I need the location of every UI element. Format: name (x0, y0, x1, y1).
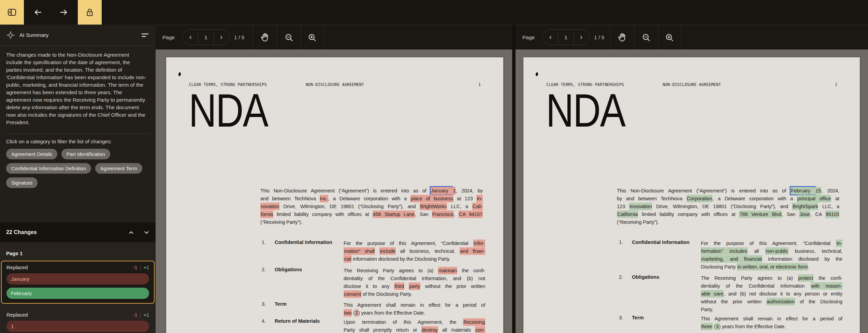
revised-document-panel: Page 1 1 / 5 (516, 25, 868, 333)
next-page-button[interactable] (574, 30, 589, 45)
page-navigator: 1 (183, 29, 229, 45)
intro-paragraph: This Non-Disclosure Agreement (“Agreemen… (260, 187, 483, 226)
lock-scroll-button[interactable] (78, 0, 102, 25)
pan-tool-button[interactable] (610, 25, 634, 50)
change-card-2[interactable]: Replaced -1|+1 1 (1, 308, 155, 333)
sparkle-icon (6, 31, 15, 40)
lock-icon (84, 7, 95, 18)
left-page-toolbar: Page 1 1 / 5 (156, 25, 512, 49)
next-page-button[interactable] (214, 30, 229, 45)
filter-icon[interactable] (141, 31, 149, 40)
chip-agreement-details[interactable]: Agreement Details (6, 149, 57, 159)
changes-list: Page 1 Replaced -1|+1 January February R… (0, 242, 156, 333)
bullet-mark (535, 72, 538, 76)
left-document-viewport[interactable]: CLEAR TERMS, STRONG PARTNERSHIPS NON-DIS… (156, 49, 512, 333)
page-label: Page (162, 25, 175, 50)
original-document-page: CLEAR TERMS, STRONG PARTNERSHIPS NON-DIS… (166, 57, 503, 333)
chevron-up-icon[interactable] (128, 230, 134, 235)
added-text-pill: February (6, 288, 149, 299)
sidebar-toggle-icon (6, 7, 17, 18)
zoom-in-button[interactable] (657, 25, 681, 50)
change-type-label: Replaced (6, 312, 28, 318)
sidebar-header: AI Summary (0, 25, 156, 46)
document-title: NDA (189, 87, 268, 134)
pan-tool-button[interactable] (253, 25, 277, 50)
removed-count: -1 (133, 312, 138, 318)
sidebar-toggle-button[interactable] (0, 0, 24, 25)
original-document-panel: Page 1 1 / 5 (156, 25, 512, 333)
bullet-mark (178, 72, 181, 76)
page-total-label: 1 / 5 (594, 25, 604, 50)
removed-text-pill: January (6, 273, 149, 285)
revised-document-page: CLEAR TERMS, STRONG PARTNERSHIPS NON-DIS… (523, 57, 860, 333)
chevron-down-icon[interactable] (144, 230, 149, 235)
ai-summary-sidebar: AI Summary The changes made to the Non-D… (0, 25, 156, 333)
prev-page-button[interactable] (543, 30, 558, 45)
hand-icon (618, 33, 627, 42)
added-count: +1 (143, 312, 149, 318)
removed-count: -1 (133, 265, 138, 270)
document-title: NDA (546, 87, 625, 134)
page-number-input[interactable]: 1 (198, 30, 214, 45)
zoom-out-button[interactable] (634, 25, 658, 50)
page-total-label: 1 / 5 (234, 25, 244, 50)
page-label: Page (522, 25, 535, 50)
filter-instruction: Click on a category to filter the list o… (0, 134, 156, 144)
document-header-title: NON-DISCLOSURE AGREEMENT (306, 82, 364, 87)
chip-part-identification[interactable]: Part Identification (61, 149, 110, 159)
zoom-in-icon (665, 33, 674, 42)
forward-button[interactable] (52, 0, 76, 25)
removed-text-pill: 1 (6, 321, 149, 332)
change-type-label: Replaced (6, 265, 28, 270)
category-chips: Agreement Details Part Identification Co… (0, 144, 153, 188)
chip-confidential-information-definition[interactable]: Confidential Information Definition (6, 163, 91, 174)
change-card-january-february[interactable]: Replaced -1|+1 January February (1, 261, 155, 304)
added-count: +1 (143, 265, 149, 270)
zoom-out-button[interactable] (277, 25, 301, 50)
zoom-in-button[interactable] (300, 25, 324, 50)
panel-divider (512, 25, 516, 333)
right-document-viewport[interactable]: CLEAR TERMS, STRONG PARTNERSHIPS NON-DIS… (516, 49, 868, 333)
back-button[interactable] (26, 0, 50, 25)
zoom-out-icon (285, 33, 293, 42)
prev-page-button[interactable] (183, 30, 198, 45)
arrow-right-icon (58, 7, 69, 18)
sidebar-title: AI Summary (19, 32, 48, 38)
top-toolbar (0, 0, 868, 25)
arrow-left-icon (32, 7, 43, 18)
document-page-number: 1 (478, 82, 481, 87)
changes-count-label: 22 Changes (6, 229, 37, 235)
hand-icon (260, 33, 270, 42)
zoom-in-icon (308, 33, 317, 42)
document-header-title: NON-DISCLOSURE AGREEMENT (663, 82, 721, 87)
page-navigator: 1 (542, 29, 589, 45)
intro-paragraph: This Non-Disclosure Agreement (“Agreemen… (617, 187, 839, 226)
changes-header: 22 Changes (0, 222, 156, 242)
document-page-number: 1 (835, 82, 837, 87)
chip-agreement-term[interactable]: Agreement Term (95, 163, 142, 174)
page-group-label: Page 1 (6, 250, 156, 256)
zoom-out-icon (642, 33, 651, 42)
right-page-toolbar: Page 1 1 / 5 (516, 25, 868, 49)
page-number-input[interactable]: 1 (558, 30, 574, 45)
chip-signature[interactable]: Signature (6, 177, 38, 188)
ai-summary-text: The changes made to the Non-Disclosure A… (0, 46, 153, 126)
